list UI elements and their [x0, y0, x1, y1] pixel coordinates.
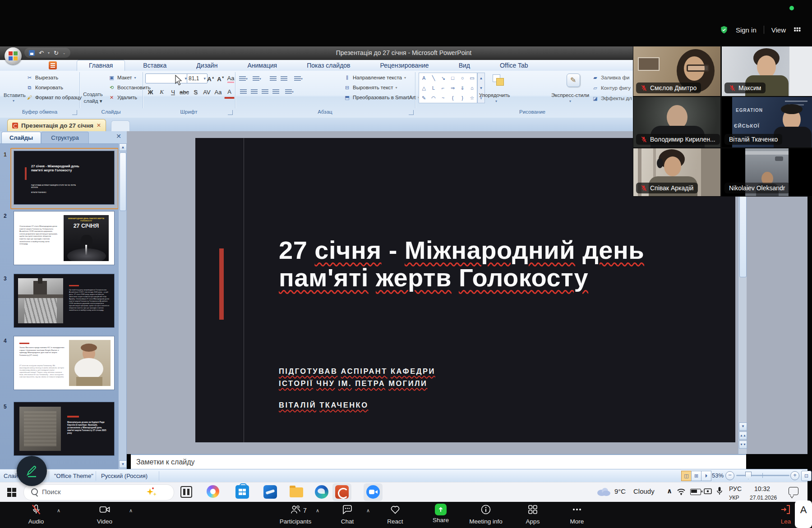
annotation-button[interactable]	[17, 456, 47, 486]
audio-options-chevron[interactable]: ∧	[57, 508, 60, 514]
numbering-button[interactable]: ▾	[252, 73, 262, 84]
powerpoint-icon[interactable]	[335, 485, 349, 499]
taskbar-search[interactable]: Поиск	[23, 484, 174, 500]
wifi-icon[interactable]	[677, 488, 686, 495]
clock-time[interactable]: 10:32	[754, 485, 770, 492]
sign-in-button[interactable]: Sign in	[736, 26, 757, 34]
slide-title[interactable]: 27 січня - Міжнародний день пам'яті жерт…	[279, 236, 694, 291]
shape-effects-button[interactable]: ◪Эффекты дл	[592, 95, 632, 101]
document-tab-close-icon[interactable]: ✕	[97, 122, 101, 129]
shape-glyph[interactable]: ⇒	[448, 83, 457, 93]
slide-thumbnail-4[interactable]: Заява Високого представника ЄС із закорд…	[14, 336, 115, 390]
video-tile-vitalii[interactable]: EGRATION ЄЙСЬКОЇ Віталій Ткаченко	[722, 97, 812, 147]
shape-glyph[interactable]: ⌐	[438, 83, 448, 93]
shape-glyph[interactable]: ⌂	[467, 83, 477, 93]
fit-to-window-button[interactable]: ⊡	[801, 471, 812, 481]
view-button[interactable]: View	[771, 26, 786, 34]
slide-sorter-view-button[interactable]: ⊞	[691, 471, 701, 481]
columns-button[interactable]: ▾	[284, 87, 295, 97]
shape-glyph[interactable]: ☆	[467, 93, 477, 103]
zoom-app-icon[interactable]	[366, 485, 380, 499]
tab-insert[interactable]: Вставка	[131, 60, 178, 71]
shape-glyph[interactable]: ↘	[438, 73, 448, 83]
participants-button[interactable]: Participants	[273, 504, 318, 525]
edge-icon[interactable]	[315, 485, 328, 499]
scrollbar-thumb[interactable]	[120, 152, 126, 211]
tab-design[interactable]: Дизайн	[185, 60, 229, 71]
new-slide-button[interactable]: Создать слайд ▾	[82, 73, 104, 107]
quick-styles-button[interactable]: Экспресс-стили	[551, 92, 589, 98]
bullets-button[interactable]: ▾	[238, 73, 249, 84]
task-view-icon[interactable]	[180, 486, 192, 498]
shape-glyph[interactable]: ○	[457, 73, 467, 83]
reset-slide-button[interactable]: ⟲Восстановить	[108, 84, 151, 91]
next-slide-button[interactable]: ▼▼	[739, 441, 747, 449]
change-case-button[interactable]: Aa	[213, 87, 223, 97]
video-tile-maksym[interactable]: Максим	[722, 46, 812, 96]
decrease-indent-button[interactable]	[268, 73, 278, 84]
notification-icon[interactable]	[789, 487, 798, 495]
shape-glyph[interactable]: ╲	[429, 73, 438, 83]
shapes-gallery[interactable]: A╲↘□○▭△L⌐⇒⇓⌂✎◠~{}☆	[419, 73, 477, 103]
audio-button[interactable]: Audio	[18, 504, 54, 525]
battery-icon[interactable]	[690, 489, 701, 495]
meeting-info-button[interactable]: Meeting info	[461, 504, 511, 525]
tab-office-tab[interactable]: Office Tab	[488, 60, 540, 71]
clipboard-dialog-launcher[interactable]	[72, 110, 77, 115]
chat-chevron[interactable]: ∧	[366, 508, 370, 514]
delete-slide-button[interactable]: ✕Удалить	[108, 94, 137, 101]
tab-slideshow[interactable]: Показ слайдов	[295, 60, 362, 71]
gallery-view-icon[interactable]	[793, 26, 801, 34]
align-right-button[interactable]	[260, 87, 270, 97]
shadow-button[interactable]: S	[190, 87, 201, 97]
shape-glyph[interactable]: □	[448, 73, 457, 83]
zoom-out-button[interactable]: −	[725, 471, 734, 480]
text-direction-button[interactable]: ⫼Направление текста▾	[344, 74, 406, 81]
font-size-combobox[interactable]: 81,1▾	[187, 73, 208, 83]
qat-customize-icon[interactable]: ⌄	[63, 51, 66, 55]
status-language-label[interactable]: Русский (Россия)	[101, 473, 148, 479]
strikethrough-button[interactable]: abc	[179, 87, 189, 97]
tray-mic-icon[interactable]	[716, 487, 723, 496]
more-button[interactable]: More	[559, 504, 595, 525]
notes-pane[interactable]: Заметки к слайду	[131, 454, 746, 470]
participants-chevron[interactable]: ∧	[316, 508, 319, 514]
copilot-icon[interactable]	[207, 485, 219, 498]
justify-button[interactable]	[271, 87, 281, 97]
undo-icon[interactable]: ↶	[39, 50, 44, 56]
grow-font-button[interactable]: A▲	[206, 73, 216, 84]
clear-formatting-button[interactable]: Aa	[226, 73, 236, 84]
tab-outline-pane[interactable]: Структура	[41, 132, 89, 143]
slide-author[interactable]: ВІТАЛІЙ ТКАЧЕНКО	[279, 401, 473, 409]
slide-thumbnail-3[interactable]: Це пам'ятну дату запроваджено Генерально…	[14, 274, 115, 328]
slideshow-view-button[interactable]: ⏵	[701, 471, 711, 481]
normal-view-button[interactable]: ◫	[681, 471, 692, 481]
floating-a-panel[interactable]: A	[795, 500, 812, 528]
office-tab-addin-icon[interactable]	[49, 61, 57, 69]
apps-button[interactable]: Apps	[515, 504, 550, 525]
tab-slides-pane[interactable]: Слайды	[1, 132, 41, 143]
microsoft-store-icon[interactable]	[235, 485, 249, 499]
align-left-button[interactable]	[238, 87, 249, 97]
increase-indent-button[interactable]	[279, 73, 289, 84]
shapes-scroll[interactable]: ▲▼⊽	[477, 73, 485, 103]
cut-button[interactable]: ✂Вырезать	[26, 74, 58, 81]
character-spacing-button[interactable]: AV	[202, 87, 212, 97]
italic-button[interactable]: K	[157, 87, 167, 97]
slide-thumbnail-5[interactable]: Меморіальна дошка на будівлі Ради Європи…	[14, 402, 115, 456]
pane-close-icon[interactable]: ✕	[114, 133, 124, 142]
scroll-down-icon[interactable]: ▼	[739, 422, 747, 431]
format-painter-button[interactable]: 🖌Формат по образцу	[26, 94, 82, 101]
shape-glyph[interactable]: {	[448, 93, 457, 103]
font-dialog-launcher[interactable]	[228, 110, 233, 115]
new-document-tab-stub[interactable]	[111, 120, 130, 131]
zoom-in-button[interactable]: +	[790, 471, 799, 480]
smartart-button[interactable]: ⬒Преобразовать в SmartArt▾	[344, 94, 420, 101]
paste-dropdown-icon[interactable]: ▾	[13, 99, 14, 103]
shape-glyph[interactable]: ⇓	[457, 83, 467, 93]
app-icon-blue[interactable]	[263, 485, 277, 499]
quick-styles-dropdown-icon[interactable]: ▾	[569, 99, 571, 103]
arrange-dropdown-icon[interactable]: ▾	[495, 99, 497, 103]
scroll-down-icon[interactable]: ▼	[119, 460, 127, 468]
react-button[interactable]: React	[377, 504, 413, 525]
